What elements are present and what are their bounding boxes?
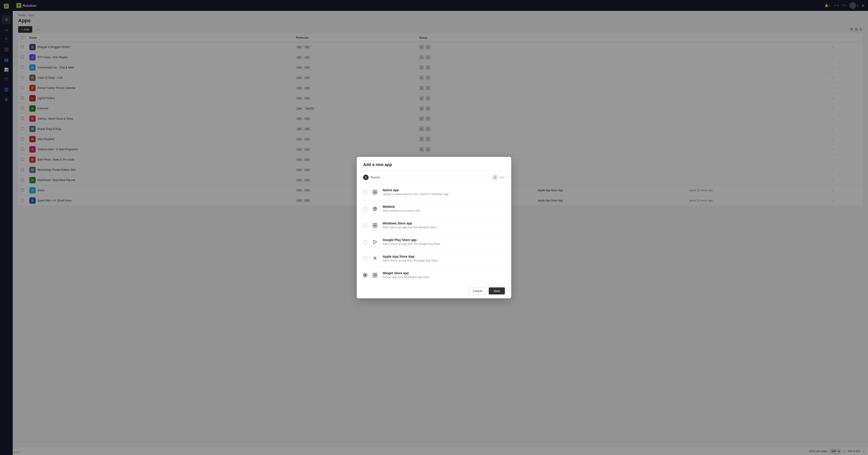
svg-marker-8 xyxy=(374,240,377,244)
svg-rect-4 xyxy=(373,223,375,225)
option-desc-windows: Add a link to an app from the Windows St… xyxy=(383,226,505,229)
modal-footer: Cancel Next xyxy=(357,283,511,298)
step-source: 1 Source xyxy=(363,175,380,180)
option-text-apple: Apple App Store App Add a link to an app… xyxy=(383,255,505,262)
option-desc-apple: Add a link to an app from the Apple App … xyxy=(383,259,505,262)
step-source-label: Source xyxy=(370,175,380,179)
option-radio-weblink[interactable] xyxy=(363,207,367,211)
option-title-winget: Winget Store app xyxy=(383,271,505,275)
svg-rect-10 xyxy=(375,273,377,275)
svg-rect-5 xyxy=(375,223,377,225)
svg-rect-9 xyxy=(373,273,375,275)
option-text-winget: Winget Store app Add an app from the Win… xyxy=(383,271,505,279)
step-app: 2 App xyxy=(492,175,505,180)
option-title-native: Native app xyxy=(383,188,505,192)
option-desc-google: Add a link to an app from the Google Pla… xyxy=(383,243,505,246)
option-title-apple: Apple App Store App xyxy=(383,255,505,258)
step-line xyxy=(383,177,489,177)
modal-header: Add a new app xyxy=(357,157,511,171)
step-source-num: 1 xyxy=(363,175,369,180)
option-desc-native: Upload a native Android, iOS, macOS or W… xyxy=(383,193,505,196)
svg-rect-3 xyxy=(375,192,377,194)
svg-rect-7 xyxy=(375,226,377,227)
option-title-windows: Windows Store app xyxy=(383,222,505,225)
option-radio-apple[interactable] xyxy=(363,256,367,261)
svg-rect-2 xyxy=(373,192,375,194)
modal-overlay: Add a new app 1 Source 2 App Native app … xyxy=(0,0,868,455)
option-title-weblink: Weblink xyxy=(383,205,505,208)
option-winget[interactable]: Winget Store app Add an app from the Win… xyxy=(363,267,505,283)
option-radio-windows[interactable] xyxy=(363,223,367,227)
option-text-native: Native app Upload a native Android, iOS,… xyxy=(383,188,505,196)
options-list: Native app Upload a native Android, iOS,… xyxy=(357,184,511,283)
step-app-label: App xyxy=(500,175,505,179)
step-app-num: 2 xyxy=(492,175,498,180)
option-icon-native xyxy=(371,188,379,196)
option-title-google: Google Play Store app xyxy=(383,238,505,242)
option-icon-winget xyxy=(371,271,379,279)
option-windows[interactable]: Windows Store app Add a link to an app f… xyxy=(363,217,505,234)
option-text-windows: Windows Store app Add a link to an app f… xyxy=(383,222,505,229)
modal-title: Add a new app xyxy=(363,162,505,167)
option-weblink[interactable]: Weblink Add a weblink to a custom URL xyxy=(363,201,505,217)
svg-rect-6 xyxy=(373,226,375,227)
option-radio-native[interactable] xyxy=(363,190,367,194)
modal-steps: 1 Source 2 App xyxy=(357,171,511,184)
option-icon-weblink xyxy=(371,205,379,213)
next-button[interactable]: Next xyxy=(489,287,505,294)
option-icon-windows xyxy=(371,221,379,229)
svg-rect-11 xyxy=(373,275,375,277)
add-app-modal: Add a new app 1 Source 2 App Native app … xyxy=(357,157,511,298)
svg-rect-1 xyxy=(375,190,377,192)
option-desc-weblink: Add a weblink to a custom URL xyxy=(383,209,505,212)
option-icon-google xyxy=(371,238,379,246)
option-native[interactable]: Native app Upload a native Android, iOS,… xyxy=(363,184,505,201)
svg-rect-0 xyxy=(373,190,375,192)
option-radio-winget[interactable] xyxy=(363,273,367,277)
option-text-google: Google Play Store app Add a link to an a… xyxy=(383,238,505,246)
cancel-button[interactable]: Cancel xyxy=(469,287,487,295)
option-radio-google[interactable] xyxy=(363,240,367,244)
option-desc-winget: Add an app from the Winget App Store xyxy=(383,276,505,279)
svg-rect-12 xyxy=(375,275,377,277)
option-apple[interactable]: Apple App Store App Add a link to an app… xyxy=(363,250,505,267)
option-icon-apple xyxy=(371,254,379,263)
option-google[interactable]: Google Play Store app Add a link to an a… xyxy=(363,234,505,250)
option-text-weblink: Weblink Add a weblink to a custom URL xyxy=(383,205,505,212)
